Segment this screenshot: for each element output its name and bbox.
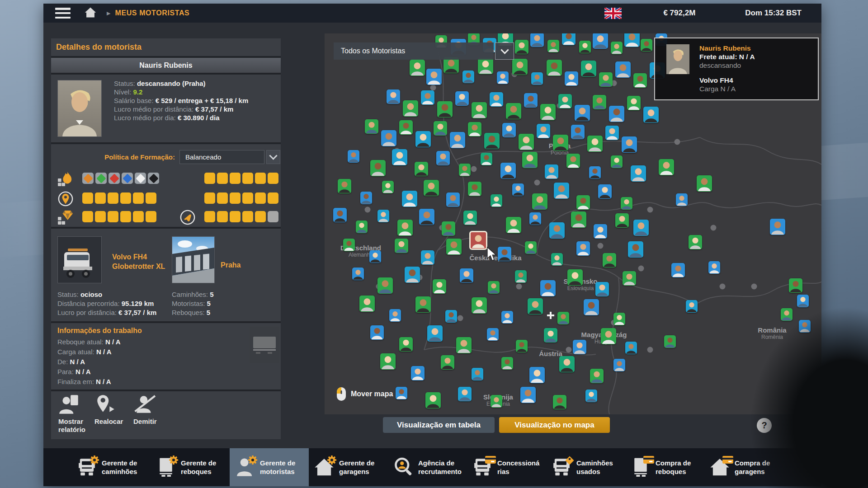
driver-marker[interactable] [598,184,612,199]
driver-marker[interactable] [603,253,616,267]
map-view-button[interactable]: Visualização no mapa [499,417,610,433]
driver-marker[interactable] [516,340,528,352]
driver-marker[interactable] [559,356,575,372]
driver-marker[interactable] [615,213,629,228]
driver-marker[interactable] [590,369,604,383]
driver-marker[interactable] [553,395,566,409]
driver-marker[interactable] [594,224,607,239]
driver-marker[interactable] [628,241,643,258]
driver-marker[interactable] [446,192,460,207]
driver-marker[interactable] [566,154,580,168]
driver-marker[interactable] [573,340,586,354]
driver-marker[interactable] [625,342,637,354]
driver-marker[interactable] [547,60,562,76]
driver-marker[interactable] [382,181,394,193]
driver-marker[interactable] [686,300,698,313]
driver-marker[interactable] [547,40,559,52]
driver-marker[interactable] [554,183,569,199]
driver-marker[interactable] [442,221,455,236]
driver-marker[interactable] [589,166,601,179]
driver-marker[interactable] [557,312,569,324]
driver-marker[interactable] [458,387,472,401]
driver-marker[interactable] [455,91,469,106]
driver-marker[interactable] [581,61,596,77]
driver-marker[interactable] [387,89,400,104]
toolbar-item-compra-de-reboques[interactable]: Compra de reboques [625,448,704,486]
driver-marker[interactable] [491,194,502,207]
driver-marker[interactable] [641,39,652,52]
driver-marker[interactable] [370,325,384,340]
driver-marker[interactable] [797,295,809,307]
driver-marker[interactable] [611,42,623,54]
driver-marker[interactable] [399,120,413,135]
driver-marker[interactable] [545,164,558,179]
toolbar-item-gerente-de-garagens[interactable]: Gerente de garagens [309,448,388,486]
home-icon[interactable] [84,6,97,20]
driver-marker[interactable] [415,131,431,147]
driver-marker[interactable] [613,359,625,371]
driver-marker[interactable] [478,58,493,74]
driver-marker[interactable] [377,277,393,294]
driver-marker[interactable] [468,122,481,136]
driver-marker[interactable] [520,387,536,403]
driver-marker[interactable] [531,72,543,85]
driver-marker[interactable] [622,136,637,153]
driver-marker[interactable] [671,263,685,277]
driver-marker[interactable] [410,60,425,76]
driver-marker[interactable] [500,163,516,179]
driver-marker[interactable] [567,269,583,286]
driver-marker[interactable] [389,309,401,322]
report-button[interactable]: Mostrar relatório [58,394,97,434]
driver-marker[interactable] [770,219,785,235]
driver-marker[interactable] [676,193,688,206]
driver-marker[interactable] [522,152,538,168]
driver-marker[interactable] [799,320,811,333]
driver-marker[interactable] [502,123,516,137]
driver-marker[interactable] [593,33,608,49]
driver-marker[interactable] [553,135,568,151]
driver-marker[interactable] [576,241,590,256]
driver-marker[interactable] [659,159,674,175]
driver-marker[interactable] [621,197,632,210]
driver-marker[interactable] [403,100,418,117]
driver-marker[interactable] [789,278,802,293]
driver-marker[interactable] [558,94,572,108]
driver-marker[interactable] [515,270,527,283]
driver-marker[interactable] [498,247,511,261]
driver-marker[interactable] [585,389,597,402]
driver-marker[interactable] [348,150,359,163]
driver-marker[interactable] [405,267,420,283]
driver-marker[interactable] [481,153,492,165]
driver-marker[interactable] [593,95,606,109]
driver-marker[interactable] [360,192,372,204]
driver-marker[interactable] [462,70,474,83]
driver-marker[interactable] [537,124,550,138]
driver-marker[interactable] [425,392,441,408]
driver-marker[interactable] [411,366,425,380]
driver-filter-chevron[interactable] [495,42,514,60]
driver-marker[interactable] [359,296,375,312]
driver-marker[interactable] [512,183,524,196]
driver-marker[interactable] [484,133,500,149]
driver-filter-dropdown[interactable]: Todos os Motoristas [334,42,494,60]
toolbar-item-gerente-de-caminhoes[interactable]: Gerente de caminhões [71,448,151,486]
driver-marker[interactable] [459,164,471,176]
driver-marker[interactable] [472,297,487,314]
toolbar-item-compra-de-garagens[interactable]: Compra de garagens [704,448,783,486]
driver-marker[interactable] [338,179,351,193]
driver-marker[interactable] [419,209,434,225]
relocate-button[interactable]: Realocar [94,394,133,426]
driver-marker[interactable] [595,282,609,296]
dismiss-button[interactable]: Demitir [133,394,172,426]
driver-marker[interactable] [491,395,502,408]
driver-marker[interactable] [488,281,500,294]
driver-marker[interactable] [613,313,625,325]
driver-marker[interactable] [781,308,793,321]
driver-marker[interactable] [397,220,413,236]
driver-marker[interactable] [524,93,538,108]
driver-marker[interactable] [623,271,636,286]
driver-marker[interactable] [427,325,443,342]
toolbar-item-gerente-de-motoristas[interactable]: Gerente de motoristas [230,448,309,486]
toolbar-item-agencia-de-recrutamento[interactable]: Agência de recrutamento [388,448,467,486]
table-view-button[interactable]: Visualização em tabela [383,417,495,433]
